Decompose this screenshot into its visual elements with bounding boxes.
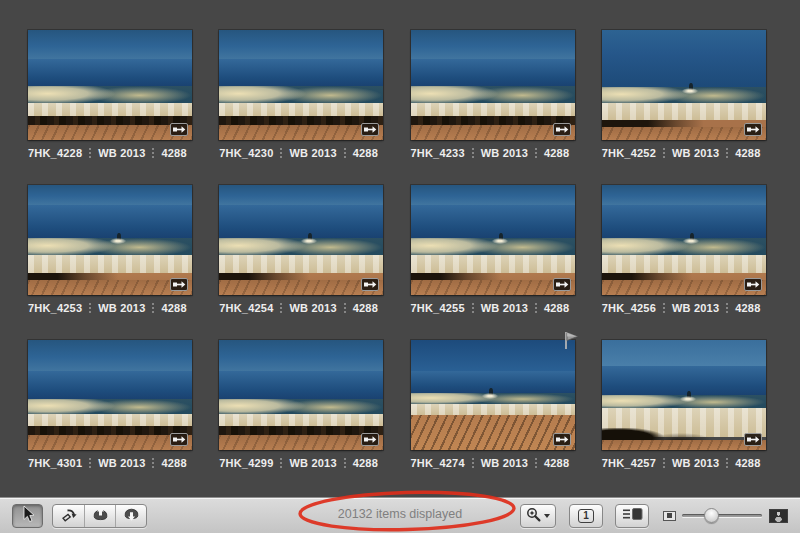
rotate-arrow-icon (60, 506, 78, 525)
photo-name: 7HK_4253 (28, 302, 82, 314)
photo-size: 4288 (161, 302, 186, 314)
view-controls: 1 (520, 504, 788, 528)
photo-sky (28, 30, 192, 59)
photo-sand (219, 125, 383, 140)
surfer-silhouette (308, 233, 312, 241)
cursor-arrow-icon (20, 505, 36, 526)
photo-thumbnail[interactable] (411, 340, 575, 450)
thumbnail-cell: 7HK_4252 WB 2013 4288 (592, 30, 783, 185)
photo-thumbnail[interactable] (602, 30, 766, 140)
photo-size: 4288 (735, 147, 760, 159)
referenced-file-badge-icon (553, 433, 571, 446)
referenced-file-badge-icon (361, 433, 379, 446)
photo-name: 7HK_4257 (602, 457, 656, 469)
photo-rocks (28, 426, 192, 435)
label-divider (89, 303, 91, 313)
photo-sand (602, 280, 766, 295)
photo-group: WB 2013 (289, 457, 336, 469)
thumbnail-label: 7HK_4255 WB 2013 4288 (411, 302, 592, 314)
photo-image (411, 340, 575, 450)
label-divider (535, 303, 537, 313)
photo-group: WB 2013 (289, 302, 336, 314)
photo-sky (28, 185, 192, 205)
thumbnail-label: 7HK_4254 WB 2013 4288 (219, 302, 400, 314)
photo-image (411, 185, 575, 295)
label-divider (726, 303, 728, 313)
slider-knob[interactable] (704, 508, 719, 523)
photo-thumbnail[interactable] (411, 185, 575, 295)
photo-group: WB 2013 (98, 147, 145, 159)
surfer-silhouette (687, 391, 691, 399)
thumbnail-label: 7HK_4252 WB 2013 4288 (602, 147, 783, 159)
photo-sea (602, 30, 766, 87)
large-photo-icon[interactable] (769, 509, 788, 523)
photo-thumbnail[interactable] (602, 185, 766, 295)
photo-sky (219, 340, 383, 371)
view-mode-button[interactable] (615, 504, 649, 528)
photo-rocks (411, 116, 575, 125)
filter-button[interactable] (520, 504, 556, 528)
photo-group: WB 2013 (481, 302, 528, 314)
photo-size: 4288 (353, 302, 378, 314)
thumbnail-label: 7HK_4228 WB 2013 4288 (28, 147, 209, 159)
primary-only-button[interactable]: 1 (569, 504, 603, 528)
photo-sea (411, 59, 575, 87)
flag-icon (562, 330, 579, 355)
label-divider (472, 148, 474, 158)
label-divider (152, 458, 154, 468)
small-photo-icon[interactable] (663, 511, 676, 521)
photo-group: WB 2013 (289, 147, 336, 159)
thumbnail-cell: 7HK_4274 WB 2013 4288 (401, 340, 592, 495)
photo-thumbnail[interactable] (28, 340, 192, 450)
thumbnail-grid: 7HK_4228 WB 2013 4288 (0, 0, 800, 495)
lift-tool-button[interactable] (84, 505, 115, 527)
label-divider (280, 458, 282, 468)
selection-tool-button[interactable] (12, 504, 43, 528)
photo-wave (219, 86, 383, 103)
photo-size: 4288 (161, 147, 186, 159)
photo-sand (411, 415, 575, 450)
photo-sea (28, 59, 192, 87)
photo-sky (602, 340, 766, 366)
chevron-down-icon (544, 514, 550, 518)
thumbnail-size-slider[interactable] (682, 514, 762, 517)
photo-thumbnail[interactable] (28, 30, 192, 140)
photo-sand (28, 125, 192, 140)
photo-foam (602, 103, 766, 121)
photo-foam (602, 255, 766, 273)
photo-size: 4288 (544, 147, 569, 159)
surfer-silhouette (689, 83, 693, 91)
photo-sand (219, 280, 383, 295)
label-divider (663, 458, 665, 468)
photo-sea (219, 59, 383, 87)
referenced-file-badge-icon (553, 123, 571, 136)
photo-wave (219, 399, 383, 413)
thumbnail-cell: 7HK_4254 WB 2013 4288 (209, 185, 400, 340)
photo-size: 4288 (735, 302, 760, 314)
rotate-tool-button[interactable] (53, 505, 84, 527)
thumbnail-cell: 7HK_4257 WB 2013 4288 (592, 340, 783, 495)
photo-size: 4288 (161, 457, 186, 469)
photo-group: WB 2013 (98, 457, 145, 469)
thumbnail-cell: 7HK_4299 WB 2013 4288 (209, 340, 400, 495)
referenced-file-badge-icon (170, 123, 188, 136)
photo-wave (411, 86, 575, 103)
photo-group: WB 2013 (672, 302, 719, 314)
photo-sea (411, 205, 575, 238)
photo-thumbnail[interactable] (28, 185, 192, 295)
photo-image (219, 340, 383, 450)
stamp-tool-button[interactable] (115, 505, 146, 527)
label-divider (344, 458, 346, 468)
photo-name: 7HK_4301 (28, 457, 82, 469)
photo-size: 4288 (353, 147, 378, 159)
photo-thumbnail[interactable] (602, 340, 766, 450)
photo-image (28, 340, 192, 450)
photo-name: 7HK_4255 (411, 302, 465, 314)
thumbnail-cell: 7HK_4233 WB 2013 4288 (401, 30, 592, 185)
photo-thumbnail[interactable] (219, 30, 383, 140)
thumbnail-label: 7HK_4253 WB 2013 4288 (28, 302, 209, 314)
photo-thumbnail[interactable] (411, 30, 575, 140)
photo-thumbnail[interactable] (219, 340, 383, 450)
referenced-file-badge-icon (361, 123, 379, 136)
photo-thumbnail[interactable] (219, 185, 383, 295)
